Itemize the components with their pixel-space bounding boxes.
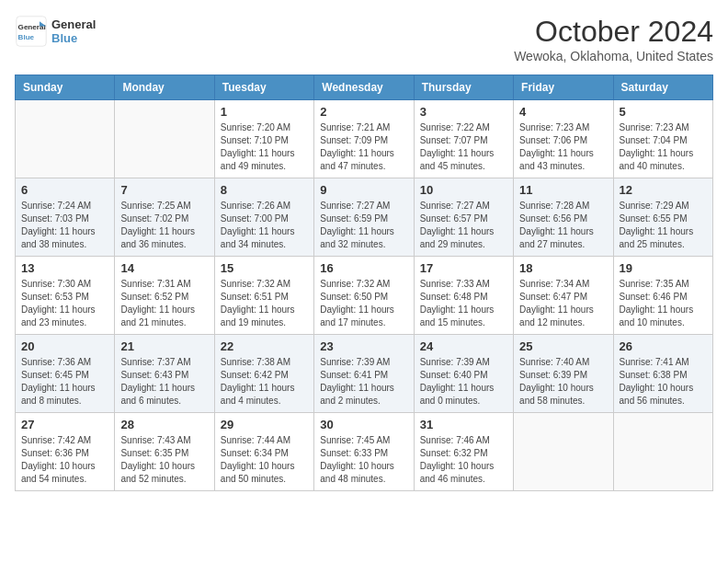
day-number: 16 [320,261,407,275]
day-info: Sunrise: 7:22 AMSunset: 7:07 PMDaylight:… [420,121,507,173]
calendar-cell: 21Sunrise: 7:37 AMSunset: 6:43 PMDayligh… [115,335,214,413]
day-number: 22 [221,339,308,353]
calendar-cell: 29Sunrise: 7:44 AMSunset: 6:34 PMDayligh… [214,413,313,491]
day-number: 30 [320,418,407,431]
day-number: 5 [620,105,707,119]
calendar-cell: 15Sunrise: 7:32 AMSunset: 6:51 PMDayligh… [214,257,313,335]
day-info: Sunrise: 7:39 AMSunset: 6:41 PMDaylight:… [320,356,407,408]
column-header-monday: Monday [115,75,214,100]
calendar-cell: 14Sunrise: 7:31 AMSunset: 6:52 PMDayligh… [115,257,214,335]
day-info: Sunrise: 7:38 AMSunset: 6:42 PMDaylight:… [221,356,308,408]
calendar-week-row: 13Sunrise: 7:30 AMSunset: 6:53 PMDayligh… [16,257,713,335]
calendar-table: SundayMondayTuesdayWednesdayThursdayFrid… [15,75,713,491]
day-info: Sunrise: 7:23 AMSunset: 7:06 PMDaylight:… [519,121,607,173]
day-info: Sunrise: 7:40 AMSunset: 6:39 PMDaylight:… [519,356,607,408]
calendar-cell: 20Sunrise: 7:36 AMSunset: 6:45 PMDayligh… [16,335,115,413]
day-info: Sunrise: 7:37 AMSunset: 6:43 PMDaylight:… [120,356,208,408]
calendar-cell: 7Sunrise: 7:25 AMSunset: 7:02 PMDaylight… [115,178,214,257]
day-number: 31 [420,418,507,431]
day-number: 20 [21,339,108,353]
day-info: Sunrise: 7:33 AMSunset: 6:48 PMDaylight:… [420,278,507,329]
calendar-cell: 19Sunrise: 7:35 AMSunset: 6:46 PMDayligh… [613,257,712,335]
column-header-thursday: Thursday [414,75,513,100]
calendar-cell [115,100,214,178]
day-number: 11 [519,183,607,197]
calendar-cell: 28Sunrise: 7:43 AMSunset: 6:35 PMDayligh… [115,413,214,491]
day-info: Sunrise: 7:32 AMSunset: 6:50 PMDaylight:… [320,278,407,329]
day-number: 10 [420,183,507,197]
day-number: 14 [120,261,208,275]
day-number: 28 [120,418,208,431]
day-info: Sunrise: 7:34 AMSunset: 6:47 PMDaylight:… [519,278,607,329]
day-info: Sunrise: 7:25 AMSunset: 7:02 PMDaylight:… [120,200,208,251]
day-number: 27 [21,418,108,431]
column-header-sunday: Sunday [16,75,115,100]
column-header-friday: Friday [514,75,613,100]
day-number: 29 [221,418,308,431]
day-info: Sunrise: 7:32 AMSunset: 6:51 PMDaylight:… [221,278,308,329]
calendar-week-row: 27Sunrise: 7:42 AMSunset: 6:36 PMDayligh… [16,413,713,491]
calendar-cell: 3Sunrise: 7:22 AMSunset: 7:07 PMDaylight… [414,100,513,178]
calendar-cell [514,413,613,491]
day-info: Sunrise: 7:20 AMSunset: 7:10 PMDaylight:… [221,121,308,173]
day-number: 23 [320,339,407,353]
day-info: Sunrise: 7:45 AMSunset: 6:33 PMDaylight:… [320,434,407,486]
day-number: 25 [519,339,607,353]
calendar-cell: 9Sunrise: 7:27 AMSunset: 6:59 PMDaylight… [314,178,414,257]
svg-text:Blue: Blue [18,33,35,41]
logo-icon: General Blue [15,15,48,48]
column-header-saturday: Saturday [613,75,712,100]
day-info: Sunrise: 7:35 AMSunset: 6:46 PMDaylight:… [620,278,707,329]
day-number: 19 [620,261,707,275]
page-header: General Blue General Blue October 2024 W… [15,15,713,63]
day-number: 15 [221,261,308,275]
day-info: Sunrise: 7:36 AMSunset: 6:45 PMDaylight:… [21,356,108,408]
day-number: 4 [519,105,607,119]
calendar-cell: 17Sunrise: 7:33 AMSunset: 6:48 PMDayligh… [414,257,513,335]
title-block: October 2024 Wewoka, Oklahoma, United St… [514,15,713,63]
day-number: 17 [420,261,507,275]
calendar-cell: 16Sunrise: 7:32 AMSunset: 6:50 PMDayligh… [314,257,414,335]
calendar-cell: 2Sunrise: 7:21 AMSunset: 7:09 PMDaylight… [314,100,414,178]
calendar-cell: 24Sunrise: 7:39 AMSunset: 6:40 PMDayligh… [414,335,513,413]
month-title: October 2024 [514,15,713,49]
calendar-cell: 5Sunrise: 7:23 AMSunset: 7:04 PMDaylight… [613,100,712,178]
day-info: Sunrise: 7:24 AMSunset: 7:03 PMDaylight:… [21,200,108,251]
calendar-cell [16,100,115,178]
day-number: 24 [420,339,507,353]
day-info: Sunrise: 7:28 AMSunset: 6:56 PMDaylight:… [519,200,607,251]
day-info: Sunrise: 7:27 AMSunset: 6:57 PMDaylight:… [420,200,507,251]
day-number: 26 [620,339,707,353]
calendar-cell: 4Sunrise: 7:23 AMSunset: 7:06 PMDaylight… [514,100,613,178]
day-info: Sunrise: 7:21 AMSunset: 7:09 PMDaylight:… [320,121,407,173]
calendar-cell: 8Sunrise: 7:26 AMSunset: 7:00 PMDaylight… [214,178,313,257]
day-number: 2 [320,105,407,119]
calendar-cell: 18Sunrise: 7:34 AMSunset: 6:47 PMDayligh… [514,257,613,335]
column-header-tuesday: Tuesday [214,75,313,100]
location: Wewoka, Oklahoma, United States [514,49,713,63]
day-number: 13 [21,261,108,275]
calendar-cell [613,413,712,491]
day-info: Sunrise: 7:41 AMSunset: 6:38 PMDaylight:… [620,356,707,408]
logo-general-text: General [51,17,96,31]
calendar-cell: 31Sunrise: 7:46 AMSunset: 6:32 PMDayligh… [414,413,513,491]
day-info: Sunrise: 7:42 AMSunset: 6:36 PMDaylight:… [21,434,108,486]
day-number: 18 [519,261,607,275]
day-number: 12 [620,183,707,197]
calendar-cell: 26Sunrise: 7:41 AMSunset: 6:38 PMDayligh… [613,335,712,413]
calendar-week-row: 1Sunrise: 7:20 AMSunset: 7:10 PMDaylight… [16,100,713,178]
logo: General Blue General Blue [15,15,96,48]
calendar-week-row: 20Sunrise: 7:36 AMSunset: 6:45 PMDayligh… [16,335,713,413]
calendar-cell: 13Sunrise: 7:30 AMSunset: 6:53 PMDayligh… [16,257,115,335]
day-info: Sunrise: 7:31 AMSunset: 6:52 PMDaylight:… [120,278,208,329]
calendar-header-row: SundayMondayTuesdayWednesdayThursdayFrid… [16,75,713,100]
calendar-cell: 11Sunrise: 7:28 AMSunset: 6:56 PMDayligh… [514,178,613,257]
logo-blue-text: Blue [51,31,96,45]
day-info: Sunrise: 7:46 AMSunset: 6:32 PMDaylight:… [420,434,507,486]
day-info: Sunrise: 7:29 AMSunset: 6:55 PMDaylight:… [620,200,707,251]
calendar-cell: 30Sunrise: 7:45 AMSunset: 6:33 PMDayligh… [314,413,414,491]
calendar-cell: 6Sunrise: 7:24 AMSunset: 7:03 PMDaylight… [16,178,115,257]
day-number: 21 [120,339,208,353]
day-info: Sunrise: 7:26 AMSunset: 7:00 PMDaylight:… [221,200,308,251]
day-info: Sunrise: 7:44 AMSunset: 6:34 PMDaylight:… [221,434,308,486]
